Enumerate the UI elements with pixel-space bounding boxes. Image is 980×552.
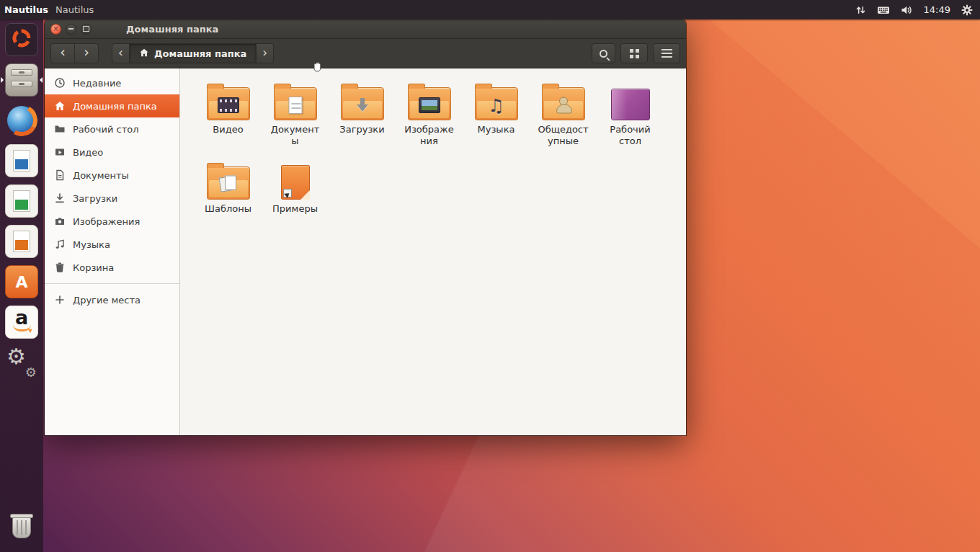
file-templates[interactable]: Шаблоны (199, 155, 257, 215)
maximize-button[interactable] (81, 24, 92, 35)
window-title: Домашняя папка (126, 24, 218, 35)
view-grid-button[interactable] (620, 43, 648, 63)
file-view[interactable]: Видео Документы Загрузки Изображения (180, 68, 686, 435)
file-label: Изображения (402, 124, 457, 148)
toolbar-right (592, 43, 680, 63)
trash-icon (54, 262, 66, 273)
panel-app-menu[interactable]: Nautilus (4, 4, 48, 15)
film-emblem-icon (218, 97, 239, 113)
minimize-button[interactable] (66, 24, 76, 35)
sidebar-item-home[interactable]: Домашняя папка (45, 94, 179, 117)
breadcrumb: ‹ Домашняя папка › (112, 43, 274, 63)
hamburger-menu-icon (662, 49, 672, 58)
sidebar-item-label: Недавние (73, 78, 121, 89)
sidebar-item-pictures[interactable]: Изображения (45, 210, 179, 233)
system-tray: 14:49 (855, 4, 973, 16)
sidebar-item-other-locations[interactable]: Другие места (45, 288, 179, 311)
launcher-settings[interactable]: ⚙⚙ (0, 342, 43, 383)
sidebar-item-label: Корзина (73, 262, 114, 273)
launcher-impress[interactable] (0, 221, 43, 262)
photo-emblem-icon (419, 97, 440, 113)
down-arrow-emblem-icon (357, 97, 368, 113)
sidebar-item-label: Рабочий стол (73, 124, 138, 135)
breadcrumb-prev-button[interactable]: ‹ (112, 43, 130, 63)
file-label: Документы (268, 124, 323, 148)
panel-window-title: Nautilus (55, 4, 94, 15)
launcher-writer[interactable] (0, 141, 43, 181)
chevron-right-icon: › (84, 45, 89, 59)
download-icon (54, 192, 66, 204)
places-sidebar: Недавние Домашняя папка Рабочий стол Вид… (45, 68, 180, 435)
desktop-icon (611, 89, 650, 120)
chevron-right-icon: › (262, 45, 267, 60)
sidebar-item-label: Изображения (73, 216, 140, 227)
grid-view-icon (630, 49, 639, 58)
file-public[interactable]: Общедоступные (534, 76, 592, 148)
launcher-files[interactable] (0, 60, 43, 100)
video-folder-icon (207, 87, 250, 120)
search-button[interactable] (592, 43, 615, 63)
folder-icon (54, 123, 66, 135)
file-label: Общедоступные (536, 124, 591, 148)
breadcrumb-home-label: Домашняя папка (154, 48, 246, 59)
sidebar-item-documents[interactable]: Документы (45, 164, 179, 187)
forward-button[interactable]: › (74, 43, 99, 63)
network-updown-arrows-icon[interactable] (855, 4, 866, 16)
file-music[interactable]: ♫ Музыка (467, 76, 525, 148)
file-cabinet-icon (5, 63, 38, 97)
titlebar[interactable]: × Домашняя папка (45, 19, 686, 39)
clock[interactable]: 14:49 (924, 4, 950, 15)
sidebar-item-videos[interactable]: Видео (45, 141, 179, 164)
top-panel: Nautilus Nautilus 14:49 (0, 0, 980, 19)
keyboard-layout-icon[interactable] (877, 4, 890, 16)
volume-icon[interactable] (901, 4, 913, 16)
system-settings-gear-icon: ⚙⚙ (5, 346, 38, 379)
launcher-amazon[interactable]: a (0, 302, 43, 342)
session-gear-icon[interactable] (961, 4, 973, 16)
sidebar-item-recent[interactable]: Недавние (45, 71, 179, 94)
sidebar-item-label: Видео (73, 147, 103, 158)
home-icon (139, 48, 149, 60)
file-downloads[interactable]: Загрузки (333, 76, 391, 148)
launcher-software[interactable]: A (0, 262, 43, 302)
firefox-globe-icon (7, 106, 36, 135)
launcher-firefox[interactable] (0, 100, 43, 141)
sidebar-separator (45, 283, 179, 284)
sidebar-item-downloads[interactable]: Загрузки (45, 187, 179, 210)
launcher-trash[interactable] (0, 507, 43, 548)
launcher-ubuntu[interactable] (0, 19, 43, 60)
camera-icon (54, 215, 66, 227)
breadcrumb-home-button[interactable]: Домашняя папка (129, 43, 257, 63)
file-label: Примеры (272, 203, 318, 215)
file-videos[interactable]: Видео (199, 76, 257, 148)
file-documents[interactable]: Документы (266, 76, 324, 148)
calc-spreadsheet-icon (5, 184, 38, 218)
file-pictures[interactable]: Изображения (400, 76, 458, 148)
file-label: Шаблоны (205, 203, 251, 215)
file-examples[interactable]: Примеры (266, 155, 324, 215)
person-emblem-icon (556, 97, 571, 113)
plus-icon (54, 294, 66, 306)
close-button[interactable]: × (50, 24, 61, 35)
writer-document-icon (5, 144, 38, 177)
sidebar-item-label: Документы (73, 170, 129, 181)
sidebar-item-desktop[interactable]: Рабочий стол (45, 117, 179, 141)
window-menu-button[interactable] (653, 43, 680, 63)
file-desktop[interactable]: Рабочий стол (601, 76, 659, 148)
sidebar-item-music[interactable]: Музыка (45, 233, 179, 256)
file-label: Загрузки (339, 124, 384, 135)
ubuntu-software-icon: A (5, 265, 38, 298)
examples-document-icon (281, 165, 310, 200)
document-emblem-icon (288, 97, 302, 114)
music-folder-icon: ♫ (475, 87, 518, 120)
impress-presentation-icon (5, 225, 38, 258)
public-folder-icon (542, 87, 585, 120)
breadcrumb-next-button[interactable]: › (256, 43, 274, 63)
sidebar-item-label: Другие места (73, 295, 141, 306)
back-button[interactable]: ‹ (50, 43, 75, 63)
launcher-calc[interactable] (0, 181, 43, 221)
ubuntu-logo-icon (11, 27, 32, 52)
window-body: Недавние Домашняя папка Рабочий стол Вид… (45, 68, 686, 435)
sidebar-item-trash[interactable]: Корзина (45, 256, 179, 279)
trash-can-icon (12, 517, 31, 538)
